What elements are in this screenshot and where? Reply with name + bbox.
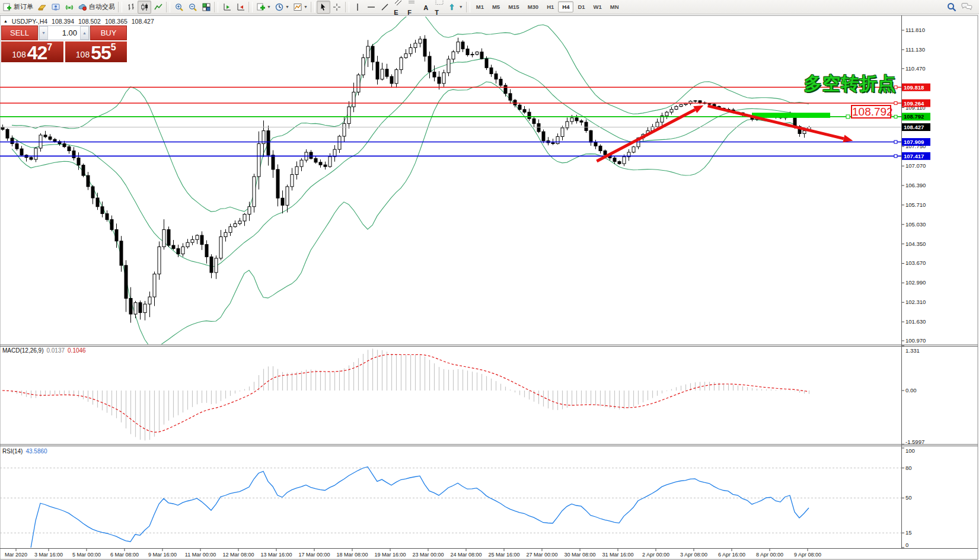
timeframe-m5-button[interactable]: M5 <box>488 1 504 12</box>
sell-price[interactable]: 108 42 7 <box>1 41 63 62</box>
svg-text:3 Mar 16:00: 3 Mar 16:00 <box>34 552 63 558</box>
chevron-down-icon[interactable]: ▼ <box>285 5 289 9</box>
timeframe-h1-button[interactable]: H1 <box>543 1 558 12</box>
tile-windows-button[interactable] <box>199 1 213 14</box>
horizontal-line-icon <box>366 2 376 12</box>
search-button[interactable] <box>945 1 959 14</box>
svg-text:80: 80 <box>905 465 912 471</box>
buy-price[interactable]: 108 55 5 <box>65 41 127 62</box>
timeframe-mn-button[interactable]: MN <box>606 1 623 12</box>
book-icon <box>37 2 47 12</box>
svg-text:100: 100 <box>905 447 915 454</box>
autoscroll-button[interactable] <box>220 1 234 14</box>
volume-decrease-button[interactable]: ▼ <box>39 26 48 40</box>
crosshair-button[interactable] <box>330 1 344 14</box>
volume-increase-button[interactable]: ▲ <box>80 26 89 40</box>
svg-text:6 Mar 08:00: 6 Mar 08:00 <box>110 552 139 558</box>
svg-text:9 Mar 16:00: 9 Mar 16:00 <box>148 552 177 558</box>
vertical-line-button[interactable] <box>351 1 365 14</box>
price-callout-box[interactable]: 108.792 <box>851 105 891 119</box>
label-button[interactable]: T <box>433 1 447 14</box>
svg-text:101.630: 101.630 <box>905 318 926 325</box>
svg-text:30 Mar 08:00: 30 Mar 08:00 <box>564 552 595 558</box>
timeframe-d1-button[interactable]: D1 <box>573 1 589 12</box>
horizontal-line-button[interactable] <box>365 1 378 14</box>
shapes-button[interactable]: ▼ <box>447 1 465 14</box>
autotrade-icon <box>78 2 87 12</box>
svg-text:102.990: 102.990 <box>905 279 926 286</box>
svg-text:Mar 2020: Mar 2020 <box>5 552 27 558</box>
candlestick-button[interactable] <box>138 1 151 14</box>
ohlc-open: 108.394 <box>52 18 74 25</box>
zoom-in-icon <box>174 2 184 12</box>
toolbar-separator <box>311 2 315 12</box>
highlight-bar[interactable] <box>752 113 830 118</box>
chart-annotation-text[interactable]: 多空转折点 <box>804 72 896 96</box>
chart-symbol-header: ▲ USDJPY-,H4 108.394 108.502 108.365 108… <box>4 18 157 25</box>
rsi-indicator-label: RSI(14)43.5860 <box>2 448 47 455</box>
svg-text:108.427: 108.427 <box>904 124 924 130</box>
svg-text:104.350: 104.350 <box>905 241 926 247</box>
chevron-down-icon[interactable]: ▼ <box>459 5 463 9</box>
zoom-out-button[interactable] <box>186 1 199 14</box>
channel-button[interactable]: E <box>392 1 406 14</box>
indicators-button[interactable]: ▼ <box>254 1 273 14</box>
fibonacci-button[interactable]: F <box>406 1 419 14</box>
mt4-window: 111.810111.130110.470109.110107.750107.0… <box>0 0 979 560</box>
svg-text:109.818: 109.818 <box>904 84 924 91</box>
text-button[interactable]: A <box>419 1 433 14</box>
svg-text:100.970: 100.970 <box>905 337 926 344</box>
autotrade-button[interactable]: 自动交易 <box>76 1 117 14</box>
svg-text:108.792: 108.792 <box>904 113 924 120</box>
level-line-anchor <box>894 115 897 118</box>
signal-button[interactable] <box>62 1 76 14</box>
templates-icon <box>293 2 302 12</box>
symbol-name: USDJPY-,H4 <box>12 18 47 25</box>
buy-button[interactable]: BUY <box>90 25 127 40</box>
timeframe-m30-button[interactable]: M30 <box>524 1 543 12</box>
timeframe-m1-button[interactable]: M1 <box>472 1 488 12</box>
svg-text:0: 0 <box>905 542 908 548</box>
new-order-button-label: 新订单 <box>14 2 33 11</box>
profile-button[interactable] <box>49 1 62 14</box>
autotrade-button-label: 自动交易 <box>89 2 115 11</box>
volume-input[interactable]: 1.00 <box>48 26 80 40</box>
timeframe-m15-button[interactable]: M15 <box>504 1 523 12</box>
svg-text:105.710: 105.710 <box>905 201 926 208</box>
rsi-name: RSI(14) <box>2 448 23 455</box>
timeframe-w1-button[interactable]: W1 <box>589 1 606 12</box>
svg-text:12 Mar 08:00: 12 Mar 08:00 <box>222 552 254 558</box>
chevron-down-icon[interactable]: ▼ <box>267 5 271 9</box>
volume-control: ▼ 1.00 ▲ <box>39 25 90 40</box>
svg-text:50: 50 <box>905 494 912 501</box>
toolbar-separator <box>466 2 470 12</box>
svg-text:11 Mar 00:00: 11 Mar 00:00 <box>185 552 216 558</box>
trendline-button[interactable] <box>378 1 392 14</box>
svg-text:111.810: 111.810 <box>905 27 925 33</box>
timeframe-h4-button[interactable]: H4 <box>558 1 573 12</box>
svg-text:109.264: 109.264 <box>904 100 924 107</box>
zoom-in-button[interactable] <box>172 1 186 14</box>
svg-text:107.417: 107.417 <box>904 153 924 159</box>
line-chart-button[interactable] <box>151 1 165 14</box>
chevron-down-icon[interactable]: ▼ <box>304 5 308 9</box>
search-icon <box>946 2 957 12</box>
collapse-triangle-icon[interactable]: ▲ <box>4 19 8 23</box>
templates-button[interactable]: ▼ <box>291 1 310 14</box>
periods-button[interactable]: ▼ <box>273 1 291 14</box>
book-button[interactable] <box>35 1 49 14</box>
channel-icon: E <box>394 0 403 17</box>
line-chart-icon <box>154 2 163 12</box>
chart-shift-button[interactable] <box>234 1 247 14</box>
level-line-anchor <box>894 140 897 143</box>
bar-chart-button[interactable] <box>124 1 138 14</box>
macd-value-signal: 0.1046 <box>68 347 86 354</box>
svg-text:105.030: 105.030 <box>905 221 926 228</box>
sell-button[interactable]: SELL <box>1 25 38 40</box>
cursor-button[interactable] <box>317 1 330 14</box>
new-order-button[interactable]: 新订单 <box>1 1 35 14</box>
chat-button[interactable] <box>959 1 974 14</box>
crosshair-icon <box>332 2 342 12</box>
svg-text:106.390: 106.390 <box>905 182 926 188</box>
svg-text:5 Mar 00:00: 5 Mar 00:00 <box>72 552 101 558</box>
